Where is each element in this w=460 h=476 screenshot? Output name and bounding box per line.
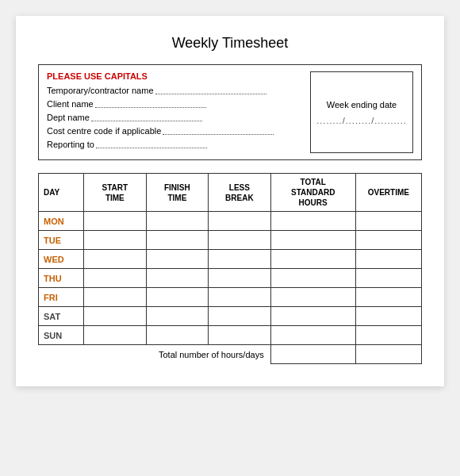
week-ending-box: Week ending date ......../......../.....… (310, 71, 413, 153)
col-header-overtime: OVERTIME (355, 174, 421, 212)
tue-total[interactable] (270, 231, 355, 250)
field-contractor-dots (155, 94, 266, 94)
thu-ot[interactable] (355, 269, 421, 288)
field-contractor-label: Temporary/contractor name (47, 86, 154, 95)
field-dept-label: Dept name (47, 113, 90, 122)
wed-total[interactable] (270, 250, 355, 269)
total-ot-cell[interactable] (355, 345, 421, 364)
mon-total[interactable] (270, 212, 355, 231)
sat-total[interactable] (270, 307, 355, 326)
field-cost-label: Cost centre code if applicable (47, 126, 161, 136)
wed-break[interactable] (209, 250, 271, 269)
fri-total[interactable] (270, 288, 355, 307)
total-row-label: Total number of hours/days (39, 345, 271, 364)
thu-break[interactable] (209, 269, 271, 288)
fri-start[interactable] (84, 288, 147, 307)
field-client-label: Client name (47, 99, 94, 109)
field-client: Client name (47, 99, 302, 109)
day-fri: FRI (39, 288, 84, 307)
day-wed: WED (39, 250, 84, 269)
wed-finish[interactable] (146, 250, 209, 269)
sun-start[interactable] (84, 326, 147, 345)
fri-ot[interactable] (355, 288, 421, 307)
field-reporting-dots (96, 148, 207, 148)
tue-break[interactable] (209, 231, 271, 250)
sat-break[interactable] (209, 307, 271, 326)
table-row: MON (39, 212, 422, 231)
col-header-break: LESSBREAK (209, 174, 271, 212)
week-ending-value: ......../......../.......... (316, 116, 407, 125)
col-header-finish: FINISHTIME (146, 174, 209, 212)
info-box: PLEASE USE CAPITALS Temporary/contractor… (38, 64, 422, 160)
day-sun: SUN (39, 326, 84, 345)
day-sat: SAT (39, 307, 84, 326)
fri-finish[interactable] (146, 288, 209, 307)
thu-start[interactable] (84, 269, 147, 288)
table-row: TUE (39, 231, 422, 250)
field-reporting-label: Reporting to (47, 140, 94, 149)
table-row: SUN (39, 326, 422, 345)
table-row: SAT (39, 307, 422, 326)
field-dept-dots (91, 121, 202, 121)
info-header: PLEASE USE CAPITALS (47, 71, 302, 81)
mon-break[interactable] (209, 212, 271, 231)
total-hours-cell[interactable] (270, 345, 355, 364)
col-header-day: DAY (39, 174, 84, 212)
page-title: Weekly Timesheet (38, 35, 422, 52)
field-dept: Dept name (47, 113, 302, 122)
mon-finish[interactable] (146, 212, 209, 231)
thu-total[interactable] (270, 269, 355, 288)
thu-finish[interactable] (146, 269, 209, 288)
day-tue: TUE (39, 231, 84, 250)
table-row: THU (39, 269, 422, 288)
table-header-row: DAY STARTTIME FINISHTIME LESSBREAK TOTAL… (39, 174, 422, 212)
col-header-start: STARTTIME (84, 174, 147, 212)
sat-start[interactable] (84, 307, 147, 326)
sun-break[interactable] (209, 326, 271, 345)
wed-ot[interactable] (355, 250, 421, 269)
day-mon: MON (39, 212, 84, 231)
table-row: WED (39, 250, 422, 269)
sun-total[interactable] (270, 326, 355, 345)
mon-start[interactable] (84, 212, 147, 231)
field-client-dots (95, 107, 206, 108)
sun-ot[interactable] (355, 326, 421, 345)
tue-ot[interactable] (355, 231, 421, 250)
field-contractor: Temporary/contractor name (47, 86, 302, 95)
sat-finish[interactable] (146, 307, 209, 326)
field-cost: Cost centre code if applicable (47, 126, 302, 136)
info-left: PLEASE USE CAPITALS Temporary/contractor… (47, 71, 302, 153)
week-ending-label: Week ending date (327, 100, 397, 109)
sat-ot[interactable] (355, 307, 421, 326)
fri-break[interactable] (209, 288, 271, 307)
page: Weekly Timesheet PLEASE USE CAPITALS Tem… (16, 16, 444, 386)
field-reporting: Reporting to (47, 140, 302, 149)
table-row: FRI (39, 288, 422, 307)
day-thu: THU (39, 269, 84, 288)
tue-start[interactable] (84, 231, 147, 250)
mon-ot[interactable] (355, 212, 421, 231)
field-cost-dots (163, 134, 274, 135)
col-header-total: TOTALSTANDARDHOURS (270, 174, 355, 212)
sun-finish[interactable] (146, 326, 209, 345)
total-row: Total number of hours/days (39, 345, 422, 364)
wed-start[interactable] (84, 250, 147, 269)
tue-finish[interactable] (146, 231, 209, 250)
timesheet-table: DAY STARTTIME FINISHTIME LESSBREAK TOTAL… (38, 173, 422, 364)
